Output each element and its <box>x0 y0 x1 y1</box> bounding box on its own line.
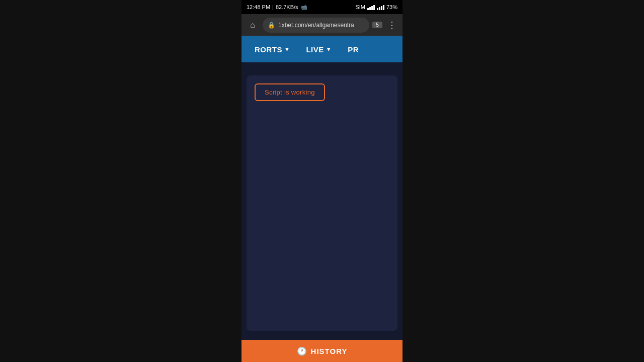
nav-sports-label: RORTS <box>255 45 282 54</box>
home-button[interactable]: ⌂ <box>246 18 260 32</box>
network-speed: | <box>272 4 274 10</box>
sim-icon: SIM <box>355 4 365 10</box>
battery-level: 73 <box>386 4 392 10</box>
script-working-button[interactable]: Script is working <box>255 83 325 101</box>
menu-button[interactable]: ⋮ <box>385 20 398 31</box>
status-right: SIM 73% <box>355 4 397 10</box>
content-card: Script is working <box>247 75 397 331</box>
status-bar: 12:48 PM | 82.7KB/s 📹 SIM 73% <box>242 0 403 14</box>
history-icon: 🕐 <box>297 346 307 356</box>
nav-bar: RORTS ▼ LIVE ▼ PR <box>242 36 403 62</box>
history-label: HISTORY <box>311 347 348 355</box>
right-panel <box>403 0 644 362</box>
browser-bar: ⌂ 🔒 1xbet.com/en/allgamesentra 5 ⋮ <box>242 14 403 36</box>
sports-chevron-icon: ▼ <box>284 46 290 52</box>
nav-pr-label: PR <box>348 45 359 54</box>
nav-live-label: LIVE <box>306 45 324 54</box>
nav-live[interactable]: LIVE ▼ <box>298 36 340 62</box>
left-panel <box>0 0 242 362</box>
time-display: 12:48 PM <box>247 4 270 10</box>
nav-pr[interactable]: PR <box>340 36 367 62</box>
url-text: 1xbet.com/en/allgamesentra <box>278 22 364 29</box>
url-bar[interactable]: 🔒 1xbet.com/en/allgamesentra <box>263 18 369 33</box>
main-content: Script is working <box>242 70 403 340</box>
recording-icon: 📹 <box>300 4 307 11</box>
status-left: 12:48 PM | 82.7KB/s 📹 <box>247 4 307 11</box>
live-chevron-icon: ▼ <box>326 46 332 52</box>
phone-area: 12:48 PM | 82.7KB/s 📹 SIM 73% <box>242 0 403 362</box>
history-bar[interactable]: 🕐 HISTORY <box>242 340 403 362</box>
signal-bars <box>367 4 375 10</box>
sub-nav-bar <box>242 62 403 70</box>
nav-sports[interactable]: RORTS ▼ <box>247 36 298 62</box>
tab-count[interactable]: 5 <box>372 22 382 28</box>
battery-icon: 73% <box>386 4 397 10</box>
lock-icon: 🔒 <box>268 22 275 29</box>
network-speed-value: 82.7KB/s <box>276 4 298 10</box>
signal-bars-2 <box>377 4 384 10</box>
